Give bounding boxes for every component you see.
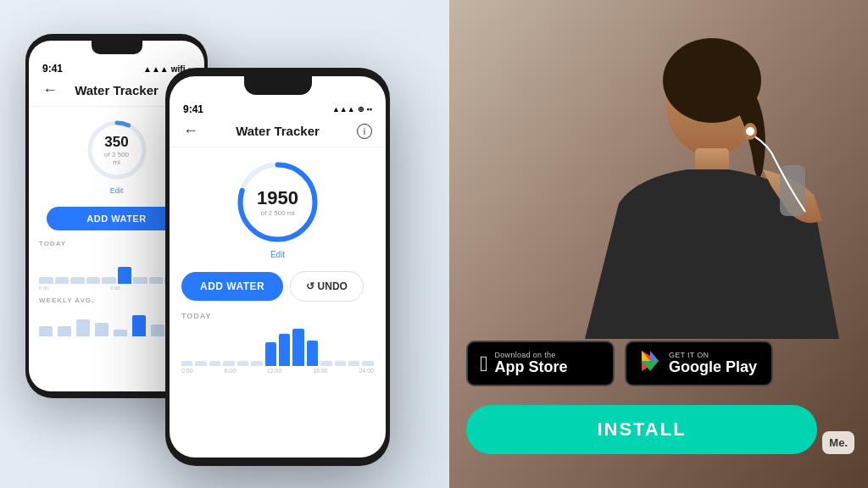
bar-chart-front	[170, 324, 386, 366]
svg-marker-14	[650, 351, 659, 361]
today-label-front: TODAY	[170, 307, 386, 324]
add-water-btn-front[interactable]: ADD WATER	[181, 272, 283, 301]
info-icon-front: i	[357, 124, 372, 139]
undo-btn[interactable]: ↺ UNDO	[290, 271, 364, 302]
screen-title-back: Water Tracker	[75, 83, 159, 97]
back-arrow-back: ←	[42, 81, 58, 99]
chart-labels-front: 0:006:0012:0018:0024:00	[170, 366, 386, 375]
back-arrow-front: ←	[183, 122, 198, 140]
svg-point-10	[746, 127, 754, 136]
left-panel: 9:41 ▲▲▲wifi▪ ← Water Tracker i	[0, 0, 449, 488]
edit-link-back[interactable]: Edit	[110, 186, 124, 195]
status-time-back: 9:41	[42, 63, 63, 75]
water-sub-back: of 2 500 ml	[100, 151, 133, 166]
right-panel:  Download on the App Store GET IT ON Go…	[449, 0, 868, 488]
install-button[interactable]: INSTALL	[466, 405, 817, 454]
app-store-large-text: App Store	[495, 359, 568, 376]
google-play-large-text: Google Play	[669, 359, 757, 376]
action-btn-row: ADD WATER ↺ UNDO	[170, 266, 386, 307]
water-sub-front: of 2 500 ml	[257, 208, 298, 216]
store-buttons-container:  Download on the App Store GET IT ON Go…	[466, 341, 773, 386]
apple-icon: 	[480, 351, 488, 377]
status-icons-front: ▲▲▲⊕▪▪	[332, 105, 372, 114]
me-badge: Me.	[822, 431, 854, 454]
screen-title-front: Water Tracker	[236, 124, 320, 138]
google-play-button[interactable]: GET IT ON Google Play	[625, 341, 773, 386]
edit-link-front[interactable]: Edit	[270, 250, 285, 259]
water-amount-back: 350	[100, 135, 133, 149]
water-amount-front: 1950	[257, 188, 298, 207]
phone-mockup-front: 9:41 ▲▲▲⊕▪▪ ← Water Tracker i	[165, 68, 390, 466]
app-store-button[interactable]:  Download on the App Store	[466, 341, 615, 386]
google-play-icon	[638, 349, 662, 378]
status-time-front: 9:41	[183, 103, 203, 115]
